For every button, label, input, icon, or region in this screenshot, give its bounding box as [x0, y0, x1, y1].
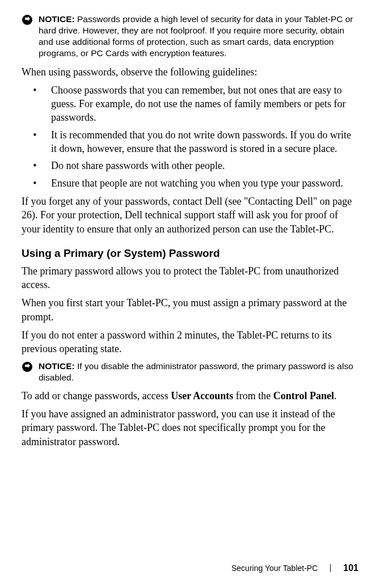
- add-change-para: To add or change passwords, access User …: [22, 389, 358, 403]
- forgot-password-para: If you forget any of your passwords, con…: [22, 194, 358, 236]
- footer-page-number: 101: [343, 563, 358, 573]
- admin-password-para: If you have assigned an administrator pa…: [22, 407, 358, 449]
- user-accounts-bold: User Accounts: [171, 390, 233, 401]
- notice-arrow-icon: [22, 361, 33, 373]
- list-item: Choose passwords that you can remember, …: [44, 83, 358, 125]
- notice-arrow-icon: [22, 14, 33, 26]
- notice-label: NOTICE:: [39, 14, 75, 24]
- primary-password-para3: If you do not enter a password within 2 …: [22, 328, 358, 356]
- list-item: Ensure that people are not watching you …: [44, 176, 358, 190]
- notice-label: NOTICE:: [39, 361, 75, 371]
- list-item: It is recommended that you do not write …: [44, 128, 358, 156]
- guidelines-list: Choose passwords that you can remember, …: [22, 83, 358, 190]
- text-run: .: [334, 390, 337, 401]
- notice-text-2: NOTICE: If you disable the administrator…: [39, 361, 358, 383]
- page-footer: Securing Your Tablet-PC 101: [231, 563, 358, 573]
- primary-password-para1: The primary password allows you to prote…: [22, 264, 358, 292]
- text-run: To add or change passwords, access: [22, 390, 171, 401]
- notice-body: If you disable the administrator passwor…: [39, 361, 353, 382]
- primary-password-para2: When you first start your Tablet-PC, you…: [22, 296, 358, 324]
- control-panel-bold: Control Panel: [273, 390, 334, 401]
- footer-section-title: Securing Your Tablet-PC: [231, 564, 318, 573]
- guidelines-intro: When using passwords, observe the follow…: [22, 65, 358, 79]
- list-item: Do not share passwords with other people…: [44, 159, 358, 172]
- footer-separator: [330, 564, 331, 572]
- notice-text-1: NOTICE: Passwords provide a high level o…: [39, 14, 358, 60]
- text-run: from the: [233, 390, 273, 401]
- primary-password-heading: Using a Primary (or System) Password: [22, 247, 358, 260]
- notice-block-2: NOTICE: If you disable the administrator…: [22, 361, 358, 383]
- notice-body: Passwords provide a high level of securi…: [39, 14, 353, 58]
- notice-block-1: NOTICE: Passwords provide a high level o…: [22, 14, 358, 60]
